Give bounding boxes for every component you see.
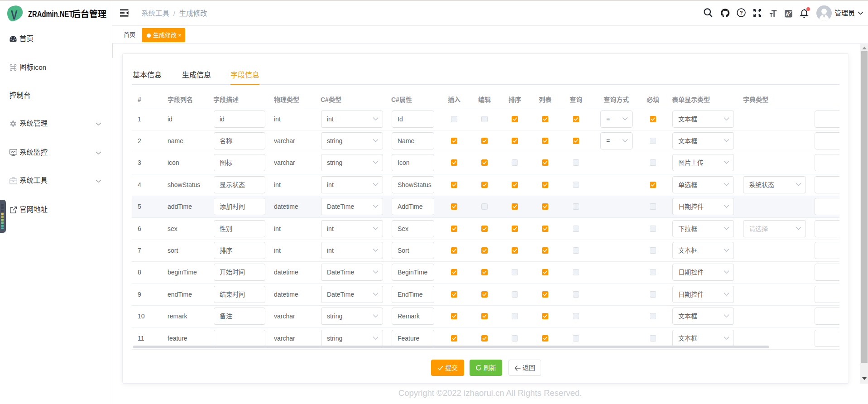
svg-text:?: ? [739,10,743,15]
svg-text:A: A [786,11,789,17]
svg-text:V: V [11,7,18,22]
